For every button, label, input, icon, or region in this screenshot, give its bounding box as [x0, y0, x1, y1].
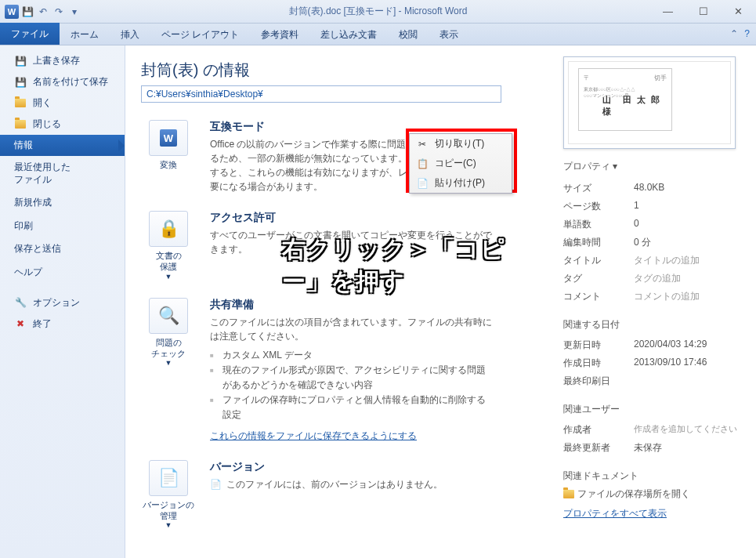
show-all-properties[interactable]: プロパティをすべて表示	[563, 507, 667, 520]
window-controls: — ☐ ✕	[650, 1, 756, 23]
sidebar-item-save[interactable]: 💾上書き保存	[0, 50, 125, 71]
inspect-icon: 🔍	[149, 298, 188, 334]
ctx-label: 貼り付け(P)	[435, 176, 485, 190]
backstage-sidebar: 💾上書き保存 💾名前を付けて保存 開く 閉じる 情報 最近使用した ファイル 新…	[0, 45, 125, 558]
tile-label: 文書の 保護	[141, 250, 196, 273]
convert-button[interactable]: W 変換	[141, 120, 196, 194]
sidebar-item-info[interactable]: 情報	[0, 135, 125, 156]
sidebar-item-recent[interactable]: 最近使用した ファイル	[0, 156, 125, 191]
prop-comments[interactable]: コメントコメントの追加	[563, 288, 742, 306]
sidebar-item-options[interactable]: 🔧オプション	[0, 292, 125, 313]
sidebar-item-exit[interactable]: ✖終了	[0, 313, 125, 335]
maximize-button[interactable]: ☐	[685, 1, 721, 23]
sidebar-label: オプション	[33, 296, 80, 310]
options-icon: 🔧	[14, 296, 27, 309]
paste-icon: 📄	[416, 178, 429, 189]
redo-icon[interactable]: ↷	[52, 5, 66, 19]
list-item: 現在のファイル形式が原因で、アクセシビリティに関する問題があるかどうかを確認でき…	[210, 363, 492, 393]
sidebar-item-saveas[interactable]: 💾名前を付けて保存	[0, 71, 125, 92]
backstage-main: 封筒(表) の情報 C:¥Users¥sinthia¥Desktop¥ W 変換…	[125, 45, 552, 558]
backstage-view: 💾上書き保存 💾名前を付けて保存 開く 閉じる 情報 最近使用した ファイル 新…	[0, 45, 756, 558]
sidebar-label: 情報	[14, 139, 33, 152]
versions-title: バージョン	[210, 460, 492, 474]
folder-icon	[563, 490, 574, 498]
file-tab[interactable]: ファイル	[0, 23, 60, 45]
ctx-cut[interactable]: ✂切り取り(T)	[410, 134, 512, 154]
close-button[interactable]: ✕	[721, 1, 756, 23]
check-issues-button[interactable]: 🔍 問題の チェック ▼	[141, 298, 196, 443]
tile-label: 変換	[141, 159, 196, 170]
sidebar-label: 上書き保存	[33, 54, 80, 67]
prop-author[interactable]: 作成者作成者を追加してください	[563, 421, 742, 439]
protect-button[interactable]: 🔒 文書の 保護 ▼	[141, 211, 196, 281]
tile-label: 問題の チェック	[141, 337, 196, 360]
tab-home[interactable]: ホーム	[60, 24, 110, 45]
document-thumbnail[interactable]: 〒 切手 東京都○○○区○○○△-△△ ○○○マンション○○○号 山 田 太 郎…	[563, 56, 736, 149]
qat-dropdown-icon[interactable]: ▾	[67, 5, 81, 19]
tab-layout[interactable]: ページ レイアウト	[150, 24, 250, 45]
undo-icon[interactable]: ↶	[36, 5, 50, 19]
section-share: 🔍 問題の チェック ▼ 共有準備 このファイルには次の項目が含まれています。フ…	[141, 298, 537, 443]
prop-printed: 最終印刷日	[563, 372, 742, 390]
ribbon-minimize-icon[interactable]: ⌃	[730, 28, 738, 39]
sidebar-item-open[interactable]: 開く	[0, 92, 125, 114]
section-versions: 📄 バージョンの 管理 ▼ バージョン 📄このファイルには、前のバージョンはあり…	[141, 460, 537, 530]
prop-title[interactable]: タイトルタイトルの追加	[563, 252, 742, 270]
window-title: 封筒(表).doc [互換モード] - Microsoft Word	[0, 5, 756, 18]
ctx-label: 切り取り(T)	[435, 137, 484, 150]
properties-heading[interactable]: プロパティ ▾	[563, 160, 742, 173]
docs-heading: 関連ドキュメント	[563, 469, 742, 483]
prop-updated: 更新日時2020/04/03 14:29	[563, 336, 742, 354]
list-item: ファイルの保存時にプロパティと個人情報を自動的に削除する設定	[210, 393, 492, 422]
tab-insert[interactable]: 挿入	[110, 24, 150, 45]
tab-mailings[interactable]: 差し込み文書	[309, 24, 388, 45]
quick-access-toolbar: W 💾 ↶ ↷ ▾	[0, 5, 81, 19]
dropdown-icon: ▾	[613, 161, 617, 172]
copy-icon: 📋	[416, 158, 429, 169]
sidebar-item-savesend[interactable]: 保存と送信	[0, 237, 125, 261]
prop-created: 作成日時2013/09/10 17:46	[563, 354, 742, 372]
share-body: このファイルには次の項目が含まれています。ファイルの共有時には注意してください。	[210, 315, 492, 343]
ctx-paste[interactable]: 📄貼り付け(P)	[410, 173, 512, 193]
file-path[interactable]: C:¥Users¥sinthia¥Desktop¥	[141, 85, 501, 103]
ctx-label: コピー(C)	[435, 157, 476, 170]
word-logo-icon: W	[5, 5, 19, 19]
share-issues-list: カスタム XML データ 現在のファイル形式が原因で、アクセシビリティに関する問…	[210, 348, 492, 423]
sidebar-label: 開く	[33, 96, 52, 110]
manage-versions-button[interactable]: 📄 バージョンの 管理 ▼	[141, 460, 196, 530]
prop-pages: ページ数1	[563, 197, 742, 216]
folder-open-icon	[14, 97, 27, 110]
sidebar-item-close[interactable]: 閉じる	[0, 114, 125, 135]
save-icon[interactable]: 💾	[20, 5, 34, 19]
versions-icon: 📄	[149, 460, 188, 496]
open-file-location[interactable]: ファイルの保存場所を開く	[563, 487, 742, 501]
title-bar: W 💾 ↶ ↷ ▾ 封筒(表).doc [互換モード] - Microsoft …	[0, 0, 756, 24]
ctx-copy[interactable]: 📋コピー(C)	[410, 154, 512, 173]
dates-heading: 関連する日付	[563, 318, 742, 332]
dropdown-icon: ▼	[141, 521, 196, 529]
prop-edit-time: 編集時間0 分	[563, 234, 742, 252]
doc-icon: 📄	[210, 479, 222, 490]
versions-body: 📄このファイルには、前のバージョンはありません。	[210, 477, 492, 491]
lock-icon: 🔒	[149, 211, 188, 247]
dropdown-icon: ▼	[141, 273, 196, 281]
share-title: 共有準備	[210, 298, 492, 312]
prop-words: 単語数0	[563, 216, 742, 234]
tab-references[interactable]: 参考資料	[250, 24, 309, 45]
thumb-envelope: 〒 切手 東京都○○○区○○○△-△△ ○○○マンション○○○号 山 田 太 郎…	[578, 68, 672, 131]
sidebar-item-print[interactable]: 印刷	[0, 215, 125, 238]
dropdown-icon: ▼	[141, 359, 196, 367]
context-menu: ✂切り取り(T) 📋コピー(C) 📄貼り付け(P)	[409, 133, 512, 194]
prop-tags[interactable]: タグタグの追加	[563, 270, 742, 288]
tile-label: バージョンの 管理	[141, 499, 196, 522]
help-icon[interactable]: ?	[744, 28, 750, 39]
minimize-button[interactable]: —	[650, 1, 685, 23]
sidebar-item-new[interactable]: 新規作成	[0, 191, 125, 215]
list-item: カスタム XML データ	[210, 348, 492, 363]
share-link[interactable]: これらの情報をファイルに保存できるようにする	[210, 429, 417, 443]
prop-size: サイズ48.0KB	[563, 179, 742, 197]
tab-review[interactable]: 校閲	[388, 24, 429, 45]
tab-view[interactable]: 表示	[429, 24, 469, 45]
info-heading: 封筒(表) の情報	[141, 60, 537, 81]
sidebar-item-help[interactable]: ヘルプ	[0, 261, 125, 284]
